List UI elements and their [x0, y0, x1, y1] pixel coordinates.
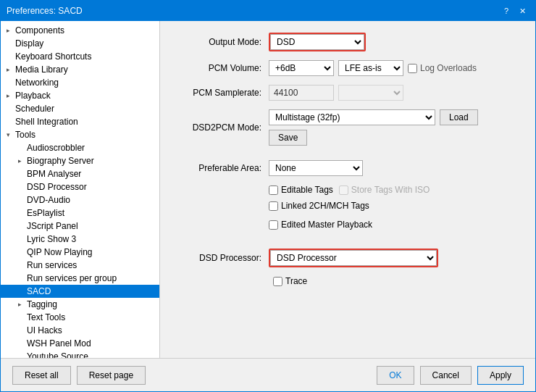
- pcm-volume-select[interactable]: +6dB 0dB -6dB: [269, 60, 334, 76]
- dsd-processor-label: DSD Processor:: [175, 253, 269, 263]
- dsd2pcm-label: DSD2PCM Mode:: [175, 122, 269, 133]
- sidebar-item-text-tools[interactable]: Text Tools: [1, 311, 159, 324]
- pcm-volume-row: PCM Volume: +6dB 0dB -6dB LFE as-is LFE …: [175, 60, 521, 76]
- pcm-volume-controls: +6dB 0dB -6dB LFE as-is LFE -6dB Log Ove…: [269, 60, 477, 76]
- trace-text: Trace: [285, 276, 307, 286]
- sidebar-arrow-components: ▸: [7, 27, 15, 34]
- window-title: Preferences: SACD: [7, 6, 83, 16]
- sidebar-item-components[interactable]: ▸Components: [1, 24, 159, 37]
- store-tags-label[interactable]: Store Tags With ISO: [339, 185, 430, 195]
- content-area: ▸ComponentsDisplayKeyboard Shortcuts▸Med…: [1, 21, 535, 358]
- sidebar-item-qip-now-playing[interactable]: QIP Now Playing: [1, 246, 159, 259]
- apply-button[interactable]: Apply: [477, 366, 524, 385]
- output-mode-controls: DSD PCM DoP: [269, 33, 366, 51]
- store-tags-text: Store Tags With ISO: [351, 185, 430, 195]
- sidebar-item-jscript-panel[interactable]: JScript Panel: [1, 220, 159, 233]
- sidebar-item-tools[interactable]: ▾Tools: [1, 128, 159, 141]
- output-mode-select-wrapper: DSD PCM DoP: [269, 33, 366, 51]
- sidebar-item-biography-server[interactable]: ▸Biography Server: [1, 154, 159, 167]
- sidebar-label-dvd-audio: DVD-Audio: [27, 195, 70, 205]
- trace-checkbox[interactable]: [273, 277, 282, 286]
- sidebar-label-tagging: Tagging: [27, 299, 57, 309]
- sidebar-item-ui-hacks[interactable]: UI Hacks: [1, 324, 159, 337]
- title-bar-controls: ? ✕: [499, 4, 529, 18]
- edited-master-checkbox[interactable]: [269, 220, 278, 230]
- sidebar-label-lyric-show-3: Lyric Show 3: [27, 234, 76, 244]
- load-button[interactable]: Load: [440, 109, 478, 125]
- log-overloads-text: Log Overloads: [420, 63, 477, 73]
- sidebar-item-esplaylist[interactable]: EsPlaylist: [1, 207, 159, 220]
- sidebar-item-shell-integration[interactable]: Shell Integration: [1, 115, 159, 128]
- sidebar-item-sacd[interactable]: SACD: [1, 285, 159, 298]
- sidebar-label-run-services: Run services: [27, 260, 77, 270]
- pcm-samplerate-label: PCM Samplerate:: [175, 88, 269, 98]
- main-panel: Output Mode: DSD PCM DoP PCM Volume:: [160, 21, 535, 358]
- sidebar-item-scheduler[interactable]: Scheduler: [1, 102, 159, 115]
- sidebar-label-components: Components: [15, 25, 64, 36]
- sidebar-item-networking[interactable]: Networking: [1, 76, 159, 89]
- help-button[interactable]: ?: [499, 4, 514, 18]
- trace-label[interactable]: Trace: [273, 276, 307, 286]
- save-button[interactable]: Save: [269, 130, 307, 146]
- close-button[interactable]: ✕: [515, 4, 529, 18]
- pcm-samplerate-controls: 44100: [269, 85, 403, 101]
- editable-tags-checkbox[interactable]: [269, 185, 278, 195]
- dsd-processor-controls: DSD Processor: [269, 249, 438, 267]
- sidebar-item-keyboard-shortcuts[interactable]: Keyboard Shortcuts: [1, 50, 159, 63]
- sidebar: ▸ComponentsDisplayKeyboard Shortcuts▸Med…: [1, 21, 160, 358]
- sidebar-label-networking: Networking: [15, 78, 59, 88]
- sidebar-label-dsd-processor: DSD Processor: [27, 182, 87, 192]
- sidebar-arrow-biography-server: ▸: [18, 157, 27, 164]
- dsd-processor-row: DSD Processor: DSD Processor: [175, 249, 521, 267]
- sidebar-item-audioscrobbler[interactable]: Audioscrobbler: [1, 141, 159, 154]
- footer-left: Reset all Reset page: [12, 366, 146, 385]
- dsd-processor-select[interactable]: DSD Processor: [270, 250, 437, 266]
- sidebar-label-ui-hacks: UI Hacks: [27, 325, 62, 335]
- output-mode-select[interactable]: DSD PCM DoP: [270, 34, 364, 50]
- sidebar-item-lyric-show-3[interactable]: Lyric Show 3: [1, 233, 159, 246]
- reset-all-button[interactable]: Reset all: [12, 366, 71, 385]
- edited-master-row: Edited Master Playback: [175, 220, 521, 230]
- sidebar-label-text-tools: Text Tools: [27, 312, 65, 322]
- edited-master-label[interactable]: Edited Master Playback: [269, 220, 372, 230]
- reset-page-button[interactable]: Reset page: [77, 366, 146, 385]
- sidebar-item-wsh-panel-mod[interactable]: WSH Panel Mod: [1, 337, 159, 350]
- sidebar-label-shell-integration: Shell Integration: [15, 117, 78, 127]
- sidebar-label-wsh-panel-mod: WSH Panel Mod: [27, 338, 91, 349]
- sidebar-item-run-services[interactable]: Run services: [1, 259, 159, 272]
- editable-tags-label[interactable]: Editable Tags: [269, 185, 333, 195]
- sidebar-item-tagging[interactable]: ▸Tagging: [1, 298, 159, 311]
- linked-2ch-mch-text: Linked 2CH/MCH Tags: [281, 201, 369, 211]
- ok-button[interactable]: OK: [377, 366, 414, 385]
- footer: Reset all Reset page OK Cancel Apply: [1, 358, 535, 391]
- sidebar-item-youtube-source[interactable]: Youtube Source: [1, 350, 159, 358]
- title-bar: Preferences: SACD ? ✕: [1, 1, 535, 21]
- dsd-processor-select-wrapper: DSD Processor: [269, 249, 438, 267]
- pcm-samplerate-dropdown: [338, 85, 403, 101]
- output-mode-label: Output Mode:: [175, 37, 269, 47]
- sidebar-item-dsd-processor[interactable]: DSD Processor: [1, 180, 159, 193]
- dsd2pcm-select[interactable]: Multistage (32fp) Direct: [269, 109, 435, 125]
- sidebar-label-youtube-source: Youtube Source: [27, 351, 88, 358]
- editable-tags-controls: Editable Tags Store Tags With ISO Linked…: [269, 185, 521, 211]
- sidebar-item-dvd-audio[interactable]: DVD-Audio: [1, 193, 159, 207]
- sidebar-label-display: Display: [15, 38, 43, 49]
- linked-2ch-mch-checkbox[interactable]: [269, 201, 278, 211]
- sidebar-item-media-library[interactable]: ▸Media Library: [1, 63, 159, 76]
- log-overloads-checkbox[interactable]: [408, 64, 417, 73]
- linked-2ch-mch-label[interactable]: Linked 2CH/MCH Tags: [269, 201, 369, 211]
- sidebar-item-playback[interactable]: ▸Playback: [1, 89, 159, 102]
- sidebar-item-run-services-per-group[interactable]: Run services per group: [1, 272, 159, 285]
- pcm-samplerate-display: 44100: [269, 85, 334, 101]
- sidebar-label-run-services-per-group: Run services per group: [27, 273, 117, 283]
- preferable-area-select[interactable]: None 2CH MCH: [269, 160, 363, 176]
- sidebar-item-bpm-analyser[interactable]: BPM Analyser: [1, 167, 159, 180]
- sidebar-item-display[interactable]: Display: [1, 37, 159, 50]
- sidebar-arrow-media-library: ▸: [7, 66, 15, 73]
- trace-row: Trace: [175, 276, 521, 286]
- lfe-select[interactable]: LFE as-is LFE -6dB: [338, 60, 403, 76]
- output-mode-row: Output Mode: DSD PCM DoP: [175, 33, 521, 51]
- log-overloads-label[interactable]: Log Overloads: [408, 63, 477, 73]
- cancel-button[interactable]: Cancel: [420, 366, 472, 385]
- sidebar-label-biography-server: Biography Server: [27, 156, 94, 166]
